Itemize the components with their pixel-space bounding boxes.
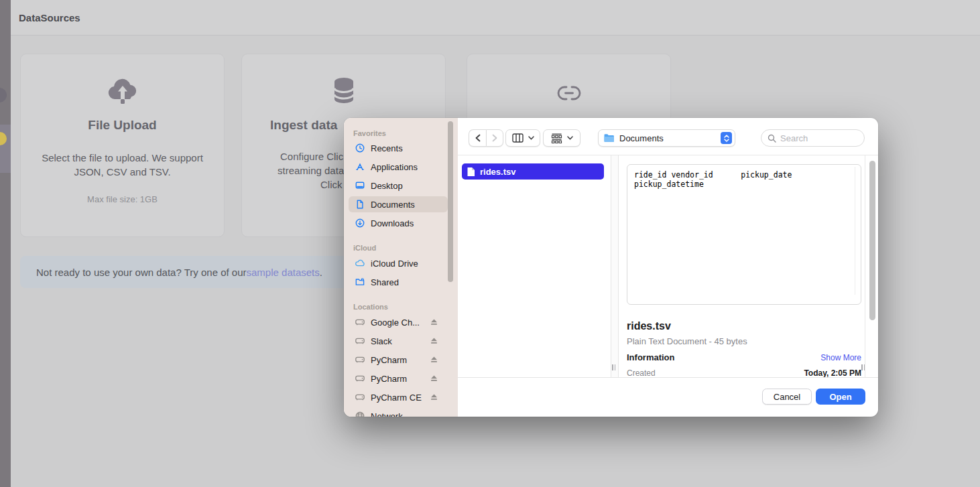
sidebar-avatar-shape	[0, 88, 7, 102]
disk-icon	[355, 373, 365, 384]
sidebar-item-network[interactable]: Network	[349, 408, 448, 417]
folder-icon	[603, 133, 615, 143]
group-view-icon	[551, 133, 562, 143]
cloud-icon	[355, 258, 365, 269]
search-field[interactable]	[761, 129, 865, 147]
group-view-button[interactable]	[543, 129, 580, 147]
card-title-fragment: Ingest data	[270, 118, 337, 133]
file-row-rides-tsv[interactable]: rides.tsv	[462, 163, 604, 180]
sidebar-item-pycharm[interactable]: PyCharm	[349, 352, 448, 368]
preview-scrollbar-track	[855, 167, 855, 295]
sidebar-item-shared[interactable]: Shared	[349, 274, 448, 290]
sidebar-item-applications[interactable]: Applications	[349, 159, 448, 175]
desktop-icon	[355, 180, 365, 191]
page-header: DataSources	[11, 0, 980, 36]
column-resize-handle[interactable]	[612, 364, 617, 370]
cloud-upload-icon	[21, 77, 224, 109]
file-icon	[467, 167, 475, 177]
shared-folder-icon	[355, 277, 365, 287]
banner-text: Not ready to use your own data? Try one …	[36, 267, 247, 278]
created-value: Today, 2:05 PM	[804, 368, 861, 378]
sidebar-scrollbar[interactable]	[448, 121, 453, 282]
page-title: DataSources	[19, 12, 80, 23]
information-label: Information	[627, 352, 675, 362]
download-icon	[355, 218, 365, 228]
card-description: Select the file to upload. We support JS…	[21, 151, 224, 179]
toolbar-divider	[458, 155, 878, 155]
card-title: File Upload	[21, 118, 224, 133]
eject-icon[interactable]	[430, 337, 438, 345]
footer-divider	[458, 377, 878, 378]
right-column-divider	[865, 155, 865, 377]
search-input[interactable]	[780, 133, 854, 143]
section-label-icloud: iCloud	[353, 244, 376, 252]
search-icon	[768, 134, 776, 143]
card-desc-fragment: Configure Clic	[280, 151, 343, 162]
dialog-scrollbar[interactable]	[869, 161, 875, 320]
dialog-sidebar: Favorites Recents Applications Desktop D…	[344, 118, 458, 417]
popup-stepper-icon	[721, 132, 732, 144]
section-label-locations: Locations	[353, 303, 388, 311]
forward-button[interactable]	[486, 129, 503, 147]
open-button[interactable]: Open	[816, 389, 865, 405]
appstore-icon	[355, 161, 365, 172]
show-more-link[interactable]: Show More	[820, 353, 861, 362]
screen: DataSources File Upload Select the file …	[0, 0, 980, 487]
globe-icon	[355, 411, 365, 417]
created-label: Created	[627, 368, 656, 378]
eject-icon[interactable]	[430, 393, 438, 401]
disk-icon	[355, 392, 365, 403]
preview-file-kind: Plain Text Document - 45 bytes	[627, 336, 747, 346]
cancel-button[interactable]: Cancel	[762, 389, 812, 405]
collapsed-app-sidebar	[0, 0, 11, 487]
preview-file-name: rides.tsv	[627, 320, 671, 332]
card-desc-fragment: streaming data	[278, 165, 344, 176]
sidebar-item-recents[interactable]: Recents	[349, 140, 448, 156]
disk-icon	[355, 336, 365, 346]
chevron-left-icon	[475, 134, 481, 142]
file-preview-box: ride_id vendor_id pickup_datepickup_date…	[627, 164, 861, 305]
disk-icon	[355, 317, 365, 328]
chevron-down-icon	[567, 136, 573, 140]
sidebar-item-documents[interactable]: Documents	[349, 196, 448, 212]
column-resize-handle[interactable]	[861, 364, 867, 370]
chevron-right-icon	[491, 134, 498, 142]
file-open-dialog: Favorites Recents Applications Desktop D…	[344, 118, 878, 417]
current-folder-label: Documents	[619, 133, 721, 143]
file-preview-content: ride_id vendor_id pickup_datepickup_date…	[634, 170, 792, 189]
eject-icon[interactable]	[430, 318, 438, 326]
sidebar-item-slack[interactable]: Slack	[349, 333, 448, 349]
sidebar-item-google-chrome[interactable]: Google Ch...	[349, 314, 448, 330]
sidebar-item-pycharm-ce[interactable]: PyCharm CE	[349, 389, 448, 405]
card-desc-fragment: Click	[320, 179, 343, 190]
link-icon	[467, 84, 670, 102]
sidebar-item-pycharm-2[interactable]: PyCharm	[349, 370, 448, 387]
back-button[interactable]	[469, 129, 486, 147]
column-divider[interactable]	[611, 155, 619, 377]
eject-icon[interactable]	[430, 356, 438, 364]
clock-icon	[355, 143, 365, 153]
card-note: Max file size: 1GB	[21, 194, 224, 204]
disk-icon	[355, 354, 365, 365]
sample-datasets-link[interactable]: sample datasets	[247, 267, 320, 278]
sidebar-item-desktop[interactable]: Desktop	[349, 178, 448, 194]
document-icon	[355, 199, 365, 210]
column-view-button[interactable]	[505, 129, 540, 147]
current-folder-popup[interactable]: Documents	[598, 129, 735, 147]
database-icon	[242, 77, 445, 105]
sidebar-item-icloud-drive[interactable]: iCloud Drive	[349, 255, 448, 271]
chevron-down-icon	[528, 136, 534, 140]
file-upload-card[interactable]: File Upload Select the file to upload. W…	[20, 54, 225, 237]
section-label-favorites: Favorites	[353, 129, 386, 137]
eject-icon[interactable]	[430, 374, 438, 382]
column-view-icon	[512, 133, 524, 143]
sidebar-item-downloads[interactable]: Downloads	[349, 215, 448, 231]
